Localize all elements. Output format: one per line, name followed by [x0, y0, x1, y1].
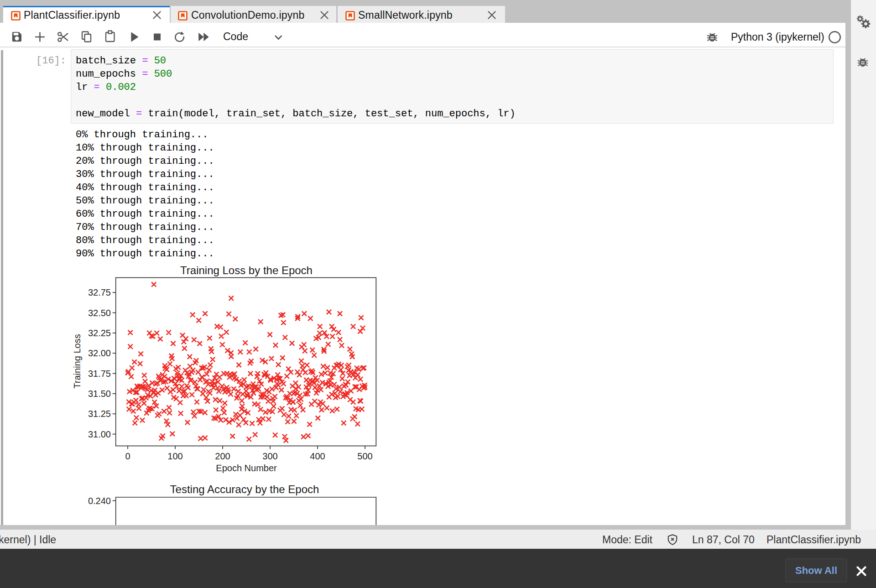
- svg-text:32.25: 32.25: [88, 328, 111, 338]
- svg-text:32.75: 32.75: [88, 287, 111, 297]
- svg-text:Training Loss by the Epoch: Training Loss by the Epoch: [180, 264, 313, 276]
- svg-text:32.50: 32.50: [88, 308, 111, 318]
- svg-text:0: 0: [125, 451, 130, 461]
- svg-text:31.25: 31.25: [88, 409, 111, 419]
- svg-text:400: 400: [310, 451, 325, 461]
- svg-text:100: 100: [167, 451, 182, 461]
- svg-text:200: 200: [215, 451, 230, 461]
- svg-text:Training Loss: Training Loss: [72, 334, 82, 388]
- svg-text:0.240: 0.240: [88, 496, 111, 506]
- svg-text:31.50: 31.50: [88, 389, 111, 399]
- svg-text:Epoch Number: Epoch Number: [216, 463, 277, 473]
- svg-text:31.75: 31.75: [88, 369, 111, 379]
- svg-text:32.00: 32.00: [88, 348, 111, 358]
- svg-text:300: 300: [262, 451, 277, 461]
- svg-text:500: 500: [357, 451, 372, 461]
- svg-text:Testing Accuracy by the Epoch: Testing Accuracy by the Epoch: [170, 483, 319, 495]
- svg-text:31.00: 31.00: [88, 429, 111, 439]
